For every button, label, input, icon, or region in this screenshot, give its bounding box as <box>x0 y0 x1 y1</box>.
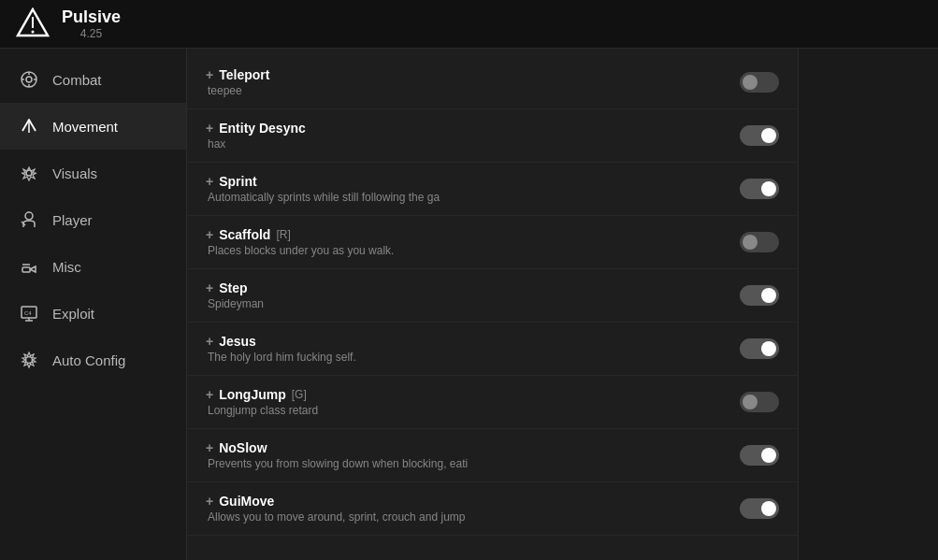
toggle-track <box>740 498 779 519</box>
module-keybind: [G] <box>292 388 307 401</box>
sidebar-item-movement[interactable]: Movement <box>0 103 186 150</box>
toggle-thumb <box>761 448 776 463</box>
svg-text:C4: C4 <box>24 310 32 316</box>
module-toggle[interactable] <box>740 285 779 306</box>
toggle-track <box>740 232 779 252</box>
toggle-thumb <box>761 128 776 143</box>
module-plus-icon: + <box>206 227 213 242</box>
module-toggle[interactable] <box>740 498 779 519</box>
module-item[interactable]: +JesusThe holy lord him fucking self. <box>187 323 798 376</box>
module-desc-label: Allows you to move around, sprint, crouc… <box>206 510 465 524</box>
module-title-row: +Scaffold[R] <box>206 227 394 242</box>
movement-icon <box>19 116 39 136</box>
toggle-track <box>740 125 779 146</box>
sidebar-item-visuals[interactable]: Visuals <box>0 150 186 196</box>
module-plus-icon: + <box>206 67 213 82</box>
module-desc-label: Spideyman <box>206 297 264 310</box>
module-desc-label: Automatically sprints while still follow… <box>206 191 440 204</box>
module-item[interactable]: +Scaffold[R]Places blocks under you as y… <box>187 216 798 269</box>
toggle-thumb <box>761 181 776 196</box>
main-layout: Combat Movement Visuals <box>0 49 938 560</box>
module-left: +Scaffold[R]Places blocks under you as y… <box>206 227 394 257</box>
module-desc-label: teepee <box>206 84 269 97</box>
sidebar-label-autoconfig: Auto Config <box>52 352 125 368</box>
module-item[interactable]: +Entity Desynchax <box>187 109 798 163</box>
right-panel <box>798 49 938 560</box>
sidebar-label-player: Player <box>52 212 93 228</box>
svg-point-11 <box>25 212 33 220</box>
module-name-label: Sprint <box>219 174 256 189</box>
module-title-row: +NoSlow <box>206 440 468 455</box>
module-left: +GuiMoveAllows you to move around, sprin… <box>206 494 465 524</box>
module-title-row: +Teleport <box>206 67 269 82</box>
module-name-label: LongJump <box>219 387 286 402</box>
module-title-row: +Step <box>206 280 264 295</box>
module-title-row: +LongJump[G] <box>206 387 318 402</box>
module-item[interactable]: +NoSlowPrevents you from slowing down wh… <box>187 429 798 482</box>
module-name-label: Step <box>219 280 247 295</box>
module-desc-label: hax <box>206 137 306 151</box>
toggle-thumb <box>761 288 776 303</box>
module-left: +JesusThe holy lord him fucking self. <box>206 334 356 364</box>
header: Pulsive 4.25 <box>0 0 938 49</box>
module-toggle[interactable] <box>740 125 779 146</box>
module-item[interactable]: +Teleportteepee <box>187 56 798 109</box>
module-name-label: NoSlow <box>219 440 267 455</box>
module-left: +SprintAutomatically sprints while still… <box>206 174 440 204</box>
sidebar-item-misc[interactable]: Misc <box>0 243 186 290</box>
sidebar-item-exploit[interactable]: C4 Exploit <box>0 290 186 337</box>
module-plus-icon: + <box>206 334 213 349</box>
module-name-label: Entity Desync <box>219 121 306 136</box>
sidebar-label-combat: Combat <box>52 72 102 88</box>
autoconfig-icon <box>19 350 39 370</box>
sidebar: Combat Movement Visuals <box>0 49 187 560</box>
module-desc-label: Longjump class retard <box>206 404 318 417</box>
sidebar-item-autoconfig[interactable]: Auto Config <box>0 337 186 383</box>
module-left: +StepSpideyman <box>206 280 264 310</box>
svg-point-4 <box>26 77 32 82</box>
toggle-track <box>740 72 779 93</box>
module-toggle[interactable] <box>740 72 779 93</box>
module-toggle[interactable] <box>740 338 779 359</box>
svg-point-18 <box>26 357 33 364</box>
toggle-track <box>740 285 779 306</box>
module-plus-icon: + <box>206 280 213 295</box>
svg-rect-12 <box>22 267 30 272</box>
toggle-thumb <box>743 235 758 250</box>
module-title-row: +Sprint <box>206 174 440 189</box>
exploit-icon: C4 <box>19 303 39 323</box>
module-list: +Teleportteepee+Entity Desynchax+SprintA… <box>187 49 798 560</box>
toggle-track <box>740 392 779 412</box>
toggle-thumb <box>761 341 776 356</box>
module-toggle[interactable] <box>740 232 779 252</box>
toggle-track <box>740 338 779 359</box>
module-item[interactable]: +SprintAutomatically sprints while still… <box>187 163 798 216</box>
sidebar-item-combat[interactable]: Combat <box>0 56 186 103</box>
module-item[interactable]: +StepSpideyman <box>187 269 798 323</box>
sidebar-item-player[interactable]: Player <box>0 196 186 243</box>
toggle-track <box>740 445 779 466</box>
module-item[interactable]: +GuiMoveAllows you to move around, sprin… <box>187 482 798 536</box>
module-title-row: +GuiMove <box>206 494 465 509</box>
app-title: Pulsive 4.25 <box>62 7 121 41</box>
module-desc-label: Places blocks under you as you walk. <box>206 244 394 257</box>
module-plus-icon: + <box>206 440 213 455</box>
toggle-track <box>740 179 779 199</box>
module-keybind: [R] <box>276 228 290 241</box>
app-name-label: Pulsive <box>62 7 121 28</box>
module-toggle[interactable] <box>740 445 779 466</box>
module-name-label: Teleport <box>219 67 269 82</box>
module-toggle[interactable] <box>740 179 779 199</box>
sidebar-label-exploit: Exploit <box>52 306 94 322</box>
module-plus-icon: + <box>206 174 213 189</box>
module-title-row: +Jesus <box>206 334 356 349</box>
module-plus-icon: + <box>206 494 213 509</box>
module-item[interactable]: +LongJump[G]Longjump class retard <box>187 376 798 429</box>
toggle-thumb <box>761 501 776 516</box>
misc-icon <box>19 256 39 277</box>
module-desc-label: Prevents you from slowing down when bloc… <box>206 457 468 470</box>
toggle-thumb <box>743 395 758 409</box>
module-left: +Entity Desynchax <box>206 121 306 151</box>
combat-icon <box>19 69 39 90</box>
module-toggle[interactable] <box>740 392 779 412</box>
